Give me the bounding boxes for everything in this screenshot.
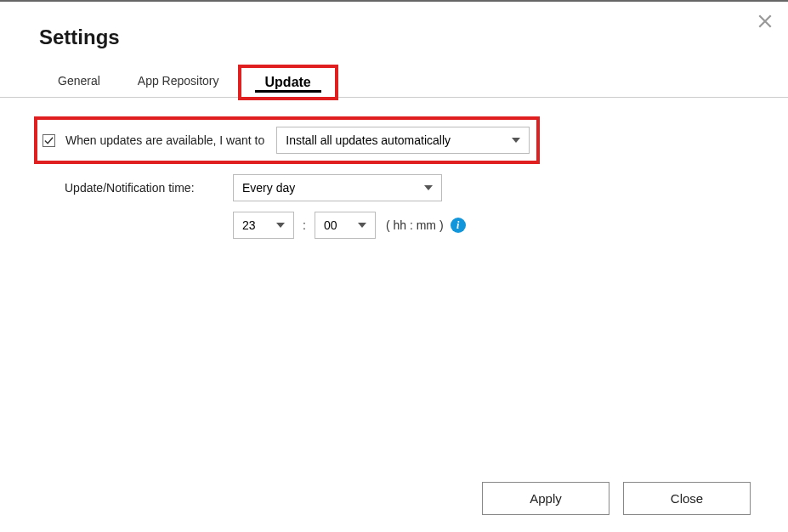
auto-update-checkbox[interactable] <box>43 134 55 147</box>
auto-update-label: When updates are available, I want to <box>65 133 264 147</box>
close-button[interactable]: Close <box>623 482 751 515</box>
frequency-select[interactable]: Every day <box>233 174 442 201</box>
tab-update[interactable]: Update <box>241 68 335 97</box>
settings-dialog: Settings General App Repository Update W… <box>0 2 788 532</box>
minute-value: 00 <box>324 218 337 232</box>
chevron-down-icon <box>424 185 433 190</box>
time-picker-row: 23 : 00 ( hh : mm ) i <box>65 212 749 239</box>
close-icon[interactable] <box>757 14 773 32</box>
tab-update-label: Update <box>265 75 311 89</box>
chevron-down-icon <box>358 223 366 228</box>
dialog-footer: Apply Close <box>482 482 751 515</box>
time-format-hint: ( hh : mm ) <box>386 218 444 232</box>
chevron-down-icon <box>512 138 520 143</box>
info-icon[interactable]: i <box>451 218 466 233</box>
update-tab-content: When updates are available, I want to In… <box>0 98 788 239</box>
hour-value: 23 <box>242 218 256 232</box>
update-action-value: Install all updates automatically <box>286 133 451 147</box>
notification-time-label: Update/Notification time: <box>65 181 221 195</box>
notification-time-row: Update/Notification time: Every day <box>65 174 749 201</box>
minute-select[interactable]: 00 <box>315 212 376 239</box>
tab-app-repository[interactable]: App Repository <box>119 65 238 96</box>
dialog-title: Settings <box>0 2 788 65</box>
tab-general[interactable]: General <box>39 65 119 96</box>
hour-select[interactable]: 23 <box>233 212 294 239</box>
apply-button[interactable]: Apply <box>482 482 609 515</box>
chevron-down-icon <box>276 223 285 228</box>
tabs: General App Repository Update <box>0 65 788 98</box>
auto-update-row: When updates are available, I want to In… <box>39 116 749 164</box>
update-action-select[interactable]: Install all updates automatically <box>276 127 530 154</box>
tab-active-underline <box>255 90 321 93</box>
time-colon: : <box>303 218 306 232</box>
tab-update-highlight: Update <box>238 65 338 100</box>
frequency-value: Every day <box>242 181 295 195</box>
auto-update-highlight: When updates are available, I want to In… <box>34 116 540 164</box>
